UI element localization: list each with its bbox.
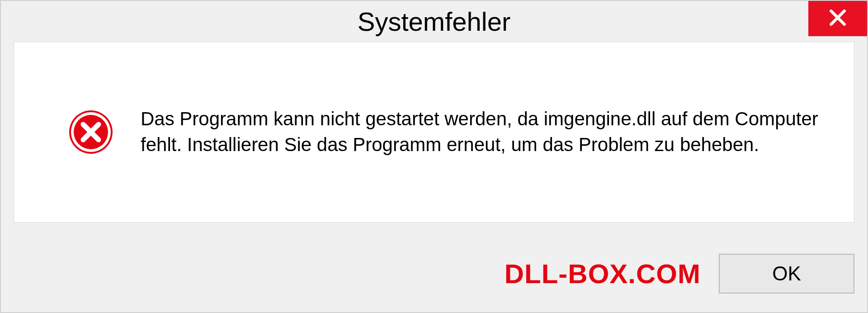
message-panel: Das Programm kann nicht gestartet werden… bbox=[14, 42, 854, 223]
error-icon bbox=[68, 109, 113, 155]
title-bar: Systemfehler bbox=[1, 1, 867, 42]
error-dialog: Systemfehler Das Programm kann nicht ges… bbox=[0, 0, 868, 313]
ok-button-label: OK bbox=[772, 262, 801, 285]
content-area: Das Programm kann nicht gestartet werden… bbox=[1, 42, 867, 235]
dialog-title: Systemfehler bbox=[358, 6, 510, 37]
close-button[interactable] bbox=[808, 1, 867, 36]
button-bar: DLL-BOX.COM OK bbox=[1, 235, 867, 312]
watermark-text: DLL-BOX.COM bbox=[505, 258, 701, 289]
ok-button[interactable]: OK bbox=[719, 254, 854, 294]
close-icon bbox=[828, 8, 848, 29]
error-message: Das Programm kann nicht gestartet werden… bbox=[141, 106, 827, 157]
